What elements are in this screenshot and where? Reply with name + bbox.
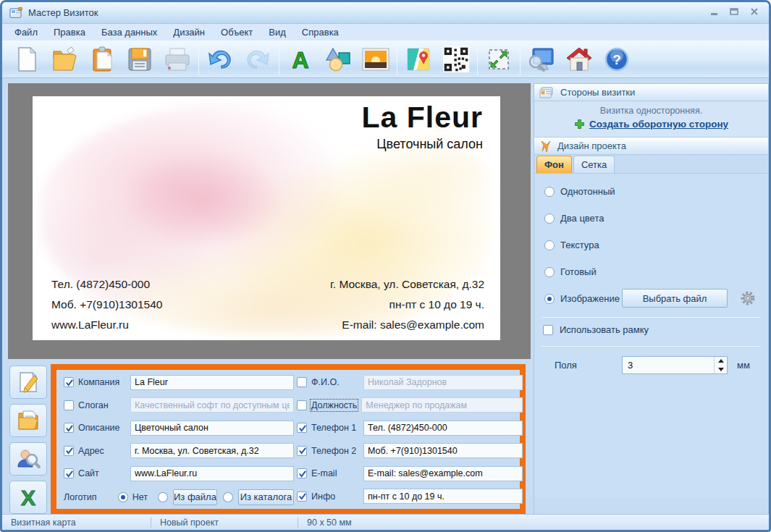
- new-document-button[interactable]: [8, 43, 46, 76]
- description-input[interactable]: [130, 421, 294, 436]
- maximize-button[interactable]: [728, 7, 740, 17]
- bg-option-ready[interactable]: Готовый: [544, 266, 597, 277]
- email-input[interactable]: [363, 466, 523, 481]
- insert-image-button[interactable]: [357, 43, 395, 76]
- choose-file-button[interactable]: Выбрать файл: [622, 289, 728, 308]
- preview-button[interactable]: [523, 43, 560, 76]
- info-checkbox[interactable]: [297, 491, 307, 502]
- insert-text-button[interactable]: A: [282, 43, 319, 76]
- menu-help[interactable]: Справка: [294, 25, 347, 39]
- margins-row: Поля 3 мм: [534, 356, 768, 375]
- radio-solid[interactable]: [544, 187, 555, 197]
- redo-button[interactable]: [239, 43, 277, 76]
- print-button[interactable]: [159, 43, 196, 76]
- gear-icon[interactable]: [740, 290, 756, 306]
- info-input[interactable]: [363, 489, 523, 504]
- fio-checkbox[interactable]: [297, 377, 307, 387]
- bg-option-two-colors[interactable]: Два цвета: [544, 213, 604, 224]
- insert-qr-code-button[interactable]: [437, 43, 475, 76]
- card-address[interactable]: г. Москва, ул. Советская, д.32: [330, 274, 484, 295]
- address-input[interactable]: [130, 443, 294, 458]
- card-description[interactable]: Цветочный салон: [376, 137, 483, 152]
- menu-design[interactable]: Дизайн: [165, 25, 213, 39]
- address-checkbox[interactable]: [64, 446, 74, 456]
- phone2-input[interactable]: [363, 443, 523, 458]
- form-right-column: Ф.И.О. Должность Телефон 1 Телефон 2 E-m: [297, 374, 523, 511]
- app-icon: [9, 7, 22, 18]
- toolbar-separator: [397, 43, 397, 75]
- description-checkbox[interactable]: [64, 423, 74, 433]
- position-input[interactable]: [361, 397, 523, 413]
- card-contact-right[interactable]: г. Москва, ул. Советская, д.32 пн-пт с 1…: [330, 274, 484, 335]
- tab-grid[interactable]: Сетка: [573, 156, 615, 173]
- bg-option-texture[interactable]: Текстура: [544, 240, 599, 250]
- company-checkbox[interactable]: [64, 377, 74, 387]
- title-bar: Мастер Визиток: [2, 2, 769, 24]
- position-checkbox[interactable]: [297, 400, 307, 410]
- insert-shape-button[interactable]: [319, 43, 357, 76]
- slogan-checkbox[interactable]: [64, 400, 74, 410]
- logo-from-file-button[interactable]: Из файла: [173, 489, 218, 505]
- undo-button[interactable]: [201, 43, 239, 76]
- website-checkbox[interactable]: [64, 468, 74, 478]
- bg-option-solid[interactable]: Однотонный: [544, 186, 615, 197]
- search-contact-button[interactable]: [9, 442, 47, 476]
- tab-background[interactable]: Фон: [536, 156, 572, 173]
- logo-from-file-radio[interactable]: [158, 492, 168, 502]
- status-bar: Визитная карта Новый проект 90 x 50 мм: [2, 514, 769, 530]
- email-checkbox[interactable]: [297, 468, 307, 478]
- menu-object[interactable]: Объект: [213, 25, 261, 39]
- edit-card-button[interactable]: [9, 366, 47, 399]
- card-company-name[interactable]: La Fleur: [362, 101, 483, 135]
- radio-ready[interactable]: [544, 267, 555, 277]
- card-hours[interactable]: пн-пт с 10 до 19 ч.: [330, 295, 484, 315]
- resize-card-button[interactable]: [480, 43, 518, 76]
- phone1-checkbox[interactable]: [297, 423, 307, 433]
- use-frame-row[interactable]: Использовать рамку: [543, 324, 649, 335]
- website-input[interactable]: [130, 466, 294, 481]
- logo-from-catalog-radio[interactable]: [223, 492, 233, 502]
- card-phone1[interactable]: Тел. (4872)450-000: [51, 274, 162, 295]
- create-back-side-link[interactable]: Создать оборотную сторону: [589, 119, 728, 130]
- spinner-down-button[interactable]: [715, 366, 727, 374]
- margins-value[interactable]: 3: [623, 360, 714, 371]
- paste-button[interactable]: [83, 43, 121, 76]
- business-card-preview[interactable]: La Fleur Цветочный салон Тел. (4872)450-…: [33, 96, 500, 340]
- logo-from-catalog-button[interactable]: Из каталога: [238, 489, 294, 505]
- radio-image[interactable]: [544, 294, 555, 304]
- help-button[interactable]: ?: [598, 43, 636, 76]
- export-excel-button[interactable]: X: [9, 481, 47, 514]
- menu-file[interactable]: Файл: [7, 25, 46, 39]
- design-canvas[interactable]: La Fleur Цветочный салон Тел. (4872)450-…: [8, 83, 531, 359]
- card-website[interactable]: www.LaFleur.ru: [51, 315, 162, 335]
- radio-texture[interactable]: [544, 240, 555, 250]
- card-contact-left[interactable]: Тел. (4872)450-000 Моб. +7(910)1301540 w…: [51, 274, 162, 335]
- slogan-input[interactable]: [130, 397, 294, 413]
- company-input[interactable]: [130, 375, 294, 390]
- logo-label: Логотип: [64, 492, 118, 502]
- bg-option-image[interactable]: Изображение: [544, 293, 620, 304]
- fio-input[interactable]: [363, 375, 523, 390]
- logo-none-radio[interactable]: [118, 492, 128, 502]
- card-email[interactable]: E-mail: sales@example.com: [330, 315, 484, 335]
- form-row-website: Сайт: [64, 465, 294, 481]
- insert-map-button[interactable]: [400, 43, 437, 76]
- radio-two-colors[interactable]: [544, 214, 555, 224]
- menu-database[interactable]: База данных: [93, 25, 165, 39]
- phone1-input[interactable]: [363, 421, 523, 436]
- menu-view[interactable]: Вид: [261, 25, 294, 39]
- toolbar: A ?: [2, 41, 769, 78]
- open-button[interactable]: [46, 43, 83, 76]
- menu-edit[interactable]: Правка: [46, 25, 93, 39]
- use-frame-checkbox[interactable]: [543, 325, 553, 335]
- save-button[interactable]: [121, 43, 159, 76]
- margins-spinner[interactable]: 3: [622, 356, 728, 374]
- phone2-checkbox[interactable]: [297, 446, 307, 456]
- minimize-button[interactable]: [708, 7, 720, 17]
- close-button[interactable]: [749, 7, 760, 17]
- spinner-up-button[interactable]: [715, 357, 727, 366]
- toolbar-separator: [520, 43, 521, 75]
- card-phone2[interactable]: Моб. +7(910)1301540: [51, 295, 162, 315]
- open-project-folder-button[interactable]: [9, 404, 47, 437]
- home-button[interactable]: [560, 43, 598, 76]
